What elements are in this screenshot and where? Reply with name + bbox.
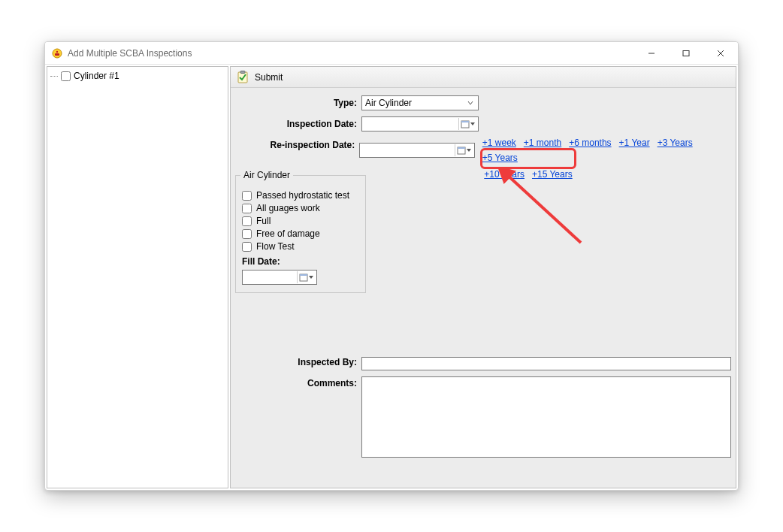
clipboard-icon <box>235 70 250 85</box>
inspected-by-label: Inspected By: <box>231 357 361 367</box>
calendar-icon[interactable] <box>297 271 315 283</box>
chk-full[interactable] <box>242 216 252 226</box>
group-legend: Air Cylinder <box>240 170 293 180</box>
titlebar: Add Multiple SCBA Inspections <box>45 42 738 65</box>
svg-point-1 <box>56 50 58 52</box>
chk-guages-label: All guages work <box>256 203 320 213</box>
calendar-icon[interactable] <box>455 144 473 156</box>
tree-item-cylinder-1[interactable]: Cylinder #1 <box>49 70 226 82</box>
svg-rect-7 <box>461 121 469 122</box>
quick-1-year[interactable]: +1 Year <box>619 138 650 148</box>
close-button[interactable] <box>703 42 738 65</box>
chk-hydrostatic-label: Passed hydrostatic test <box>256 190 349 201</box>
details-panel: Submit Type: Air Cylinder <box>230 66 736 488</box>
chevron-down-icon <box>464 97 476 109</box>
air-cylinder-group: Air Cylinder Passed hydrostatic test All… <box>235 175 366 293</box>
form-area: Type: Air Cylinder Inspection Date: <box>231 88 736 488</box>
inspected-by-input[interactable] <box>361 357 731 370</box>
type-combo[interactable]: Air Cylinder <box>361 95 479 110</box>
inspection-date-input[interactable] <box>361 116 479 131</box>
comments-label: Comments: <box>231 376 361 388</box>
bottom-rows: Inspected By: Comments: <box>231 357 731 464</box>
chk-guages[interactable] <box>242 204 252 213</box>
type-label: Type: <box>231 98 361 108</box>
app-icon <box>51 47 63 59</box>
svg-rect-3 <box>683 50 689 56</box>
svg-rect-9 <box>458 147 465 149</box>
quick-1-month[interactable]: +1 month <box>524 138 561 148</box>
tree-panel[interactable]: Cylinder #1 <box>47 66 228 488</box>
maximize-button[interactable] <box>669 42 703 65</box>
quick-links-row1: +1 week +1 month +6 months +1 Year +3 Ye… <box>482 138 731 163</box>
svg-line-12 <box>506 174 581 243</box>
quick-10-years[interactable]: +10 Years <box>484 169 525 180</box>
chk-damage-label: Free of damage <box>256 228 320 239</box>
calendar-icon[interactable] <box>458 118 476 130</box>
svg-rect-2 <box>55 53 59 56</box>
client-area: Cylinder #1 Submit Type: <box>45 65 738 490</box>
window-buttons <box>634 42 738 65</box>
chk-flow-label: Flow Test <box>256 241 294 252</box>
chk-flow[interactable] <box>242 242 252 252</box>
reinspection-date-input[interactable] <box>359 143 475 158</box>
quick-links-row2: +10 Years +15 Years <box>484 169 572 180</box>
quick-15-years[interactable]: +15 Years <box>532 169 573 180</box>
chk-damage[interactable] <box>242 229 252 239</box>
minimize-button[interactable] <box>634 42 669 65</box>
arrow-annotation-icon <box>498 168 588 250</box>
reinspection-date-label: Re-inspection Date: <box>231 138 359 150</box>
chk-full-label: Full <box>256 216 271 226</box>
quick-5-years[interactable]: +5 Years <box>482 153 518 163</box>
chk-hydrostatic[interactable] <box>242 191 252 201</box>
window-title: Add Multiple SCBA Inspections <box>68 48 634 59</box>
tree-item-checkbox[interactable] <box>61 71 71 81</box>
toolbar: Submit <box>231 67 736 88</box>
comments-input[interactable] <box>361 376 731 458</box>
submit-button[interactable]: Submit <box>255 72 283 83</box>
fill-date-label: Fill Date: <box>242 256 359 267</box>
quick-1-week[interactable]: +1 week <box>482 138 516 148</box>
tree-item-label: Cylinder #1 <box>74 71 119 81</box>
inspection-date-label: Inspection Date: <box>231 119 361 129</box>
svg-rect-11 <box>300 274 307 276</box>
svg-rect-5 <box>240 71 245 73</box>
quick-3-years[interactable]: +3 Years <box>658 138 693 148</box>
app-window: Add Multiple SCBA Inspections Cylinder #… <box>44 41 739 491</box>
quick-6-months[interactable]: +6 months <box>569 138 611 148</box>
type-value: Air Cylinder <box>365 98 412 108</box>
fill-date-input[interactable] <box>242 270 317 285</box>
